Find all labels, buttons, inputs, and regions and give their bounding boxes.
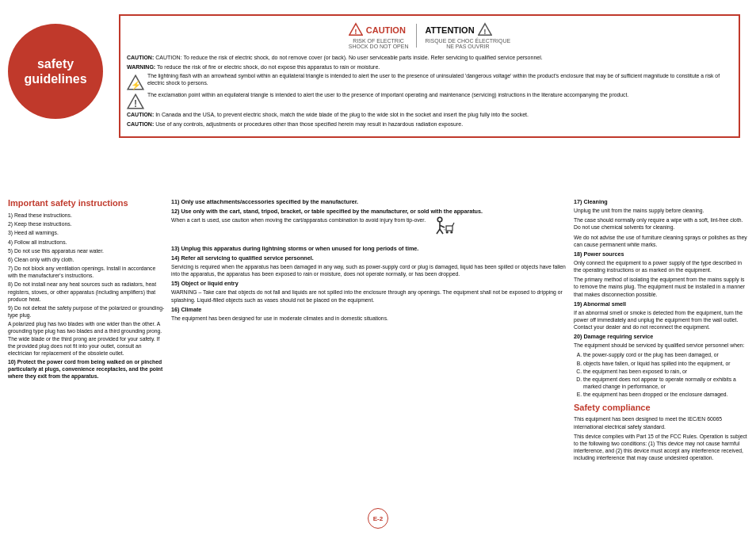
item19-body: If an abnormal smell or smoke is detecte… [574, 309, 748, 331]
svg-text:⚡: ⚡ [131, 80, 142, 90]
safety-item-9: 9) Do not defeat the safety purpose of t… [8, 304, 166, 319]
svg-text:!: ! [134, 98, 137, 109]
caution-controls-text: CAUTION: Use of any controls, adjustment… [127, 120, 732, 128]
item17-body1: Unplug the unit from the mains supply be… [574, 207, 748, 214]
lightning-row: ⚡ The lightning flash with an arrowhead … [127, 73, 732, 90]
attention-label-block: ATTENTION ! RISQUE DE CHOC ÉLECTRIQUENE … [425, 22, 510, 49]
item20-list: the power-supply cord or the plug has be… [574, 351, 748, 398]
safety-item-1: 1) Read these instructions. [8, 212, 166, 219]
svg-line-12 [440, 229, 443, 234]
item20-body: The equipment should be serviced by qual… [574, 342, 748, 349]
attention-triangle-icon: ! [478, 22, 492, 38]
attention-sub: RISQUE DE CHOC ÉLECTRIQUENE PAS OUVRIR [425, 38, 510, 49]
item17-body3: We do not advise the use of furniture cl… [574, 234, 748, 248]
item14-title: 14) Refer all servicing to qualified ser… [171, 254, 569, 262]
caution-canada-text: CAUTION: In Canada and the USA, to preve… [127, 111, 732, 118]
compliance-body2: This device complies with Part 15 of the… [574, 433, 748, 462]
item15-title: 15) Object or liquid entry [171, 280, 569, 287]
main-content: Important safety instructions 1) Read th… [8, 198, 748, 519]
item13-title: 13) Unplug this apparatus during lightni… [171, 245, 569, 252]
item18-body2: The primary method of isolating the equi… [574, 276, 748, 298]
safety-item-9-body: A polarized plug has two blades with one… [8, 320, 166, 357]
caution-label-block: ! CAUTION RISK OF ELECTRICSHOCK DO NOT O… [349, 22, 409, 49]
item15-body: WARNING – Take care that objects do not … [171, 289, 569, 303]
svg-line-11 [437, 229, 440, 234]
lightning-text: The lightning flash with an arrowhead sy… [147, 73, 732, 87]
safety-circle: safety guidelines [8, 24, 103, 119]
safety-compliance-title: Safety compliance [574, 403, 748, 412]
lightning-triangle-icon: ⚡ [127, 74, 143, 90]
caution-main-text: CAUTION: CAUTION: To reduce the risk of … [127, 54, 732, 61]
item20-title: 20) Damage requiring service [574, 333, 748, 340]
attention-label: ATTENTION ! [425, 22, 510, 38]
item14-body: Servicing is required when the apparatus… [171, 263, 569, 277]
divider [416, 24, 417, 48]
safety-item-10: 10) Protect the power cord from being wa… [8, 358, 166, 380]
caution-label: ! CAUTION [349, 22, 409, 38]
warning-triangle-icon: ! [349, 22, 363, 38]
mid-column: 11) Only use attachments/accessories spe… [171, 198, 569, 519]
damage-section: 20) Damage requiring service The equipme… [574, 333, 748, 398]
left-column: Important safety instructions 1) Read th… [8, 198, 166, 519]
svg-point-15 [450, 231, 452, 233]
item12-body: When a cart is used, use caution when mo… [171, 216, 426, 224]
item12-row: When a cart is used, use caution when mo… [171, 216, 569, 245]
safety-item-4: 4) Follow all instructions. [8, 239, 166, 246]
svg-line-16 [452, 223, 454, 226]
caution-header: ! CAUTION RISK OF ELECTRICSHOCK DO NOT O… [127, 22, 732, 49]
caution-sub: RISK OF ELECTRICSHOCK DO NOT OPEN [349, 38, 409, 49]
svg-text:!: ! [354, 27, 357, 36]
list-item: the equipment has been exposed to rain, … [583, 368, 748, 375]
cleaning-section: 17) Cleaning Unplug the unit from the ma… [574, 198, 748, 331]
item17-title: 17) Cleaning [574, 198, 748, 205]
circle-text: safety guidelines [24, 56, 86, 86]
important-safety-title: Important safety instructions [8, 198, 166, 208]
svg-rect-13 [446, 226, 452, 231]
item18-body1: Only connect the equipment to a power su… [574, 259, 748, 273]
safety-item-8: 8) Do not install near any heat sources … [8, 281, 166, 303]
warning-main-text: WARNING: To reduce the risk of fire or e… [127, 63, 732, 71]
svg-line-10 [440, 225, 445, 227]
page-number-badge: E-2 [368, 508, 388, 529]
exclamation-row: ! The exclamation point within an equila… [127, 92, 732, 109]
caution-box: ! CAUTION RISK OF ELECTRICSHOCK DO NOT O… [119, 14, 740, 138]
item19-title: 19) Abnormal smell [574, 300, 748, 308]
svg-text:!: ! [483, 27, 486, 36]
item12-title: 12) Use only with the cart, stand, tripo… [171, 208, 569, 215]
item18-title: 18) Power sources [574, 250, 748, 258]
item11-title: 11) Only use attachments/accessories spe… [171, 198, 569, 205]
svg-point-14 [446, 231, 449, 233]
exclamation-triangle-icon: ! [127, 93, 143, 109]
item16-title: 16) Climate [171, 306, 569, 313]
safety-item-5: 5) Do not use this apparatus near water. [8, 247, 166, 254]
list-item: the equipment does not appear to operate… [583, 376, 748, 390]
list-item: the equipment has been dropped or the en… [583, 391, 748, 398]
list-item: objects have fallen, or liquid has spill… [583, 360, 748, 367]
safety-item-2: 2) Keep these instructions. [8, 220, 166, 227]
safety-list: 1) Read these instructions. 2) Keep thes… [8, 212, 166, 380]
cart-tipover-icon [432, 216, 457, 242]
exclamation-text: The exclamation point within an equilate… [147, 92, 628, 99]
safety-item-3: 3) Heed all warnings. [8, 229, 166, 236]
item16-body: The equipment has been designed for use … [171, 315, 569, 322]
safety-item-6: 6) Clean only with dry cloth. [8, 256, 166, 263]
list-item: the power-supply cord or the plug has be… [583, 351, 748, 358]
item17-body2: The case should normally only require a … [574, 216, 748, 231]
compliance-body1: This equipment has been designed to meet… [574, 415, 748, 430]
right-column: 17) Cleaning Unplug the unit from the ma… [574, 198, 748, 519]
svg-point-8 [437, 217, 442, 222]
safety-item-7: 7) Do not block any ventilation openings… [8, 265, 166, 279]
